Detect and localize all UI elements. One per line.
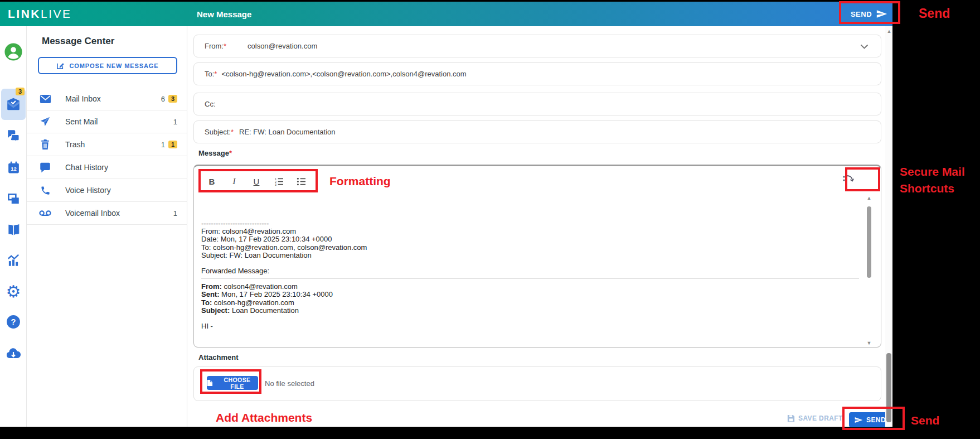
svg-text:?: ? — [11, 317, 16, 326]
folder-badge: 3 — [168, 95, 177, 103]
body-line: From: colson4@revation.com — [201, 283, 859, 291]
rail-item-windows[interactable] — [0, 186, 27, 213]
folder-trash[interactable]: Trash 1 1 — [27, 133, 187, 156]
scroll-up-icon[interactable]: ▲ — [866, 195, 872, 201]
top-bar: LINKLIVE New Message SEND — [0, 2, 892, 26]
folder-label: Trash — [65, 140, 161, 149]
body-line: Date: Mon, 17 Feb 2025 23:10:34 +0000 — [201, 235, 859, 243]
help-icon: ? — [6, 315, 21, 329]
to-label: To:* — [205, 70, 217, 78]
annotation-box-send-top — [839, 1, 900, 24]
account-icon — [4, 42, 23, 61]
folder-list: Mail Inbox 6 3 Sent Mail 1 — [27, 88, 187, 225]
app-window: LINKLIVE New Message SEND 3 — [0, 2, 892, 427]
rail-item-settings[interactable]: ⚙ — [0, 278, 27, 305]
subject-label: Subject:* — [205, 128, 234, 136]
chat-icon — [39, 162, 51, 173]
folder-voicemail-inbox[interactable]: Voicemail Inbox 1 — [27, 202, 187, 225]
folder-label: Voicemail Inbox — [65, 209, 173, 218]
folder-label: Mail Inbox — [65, 94, 161, 103]
editor-scrollbar[interactable]: ▲ ▼ — [865, 195, 873, 346]
annotation-add-attachments: Add Attachments — [216, 411, 312, 424]
forwarded-title: Forwarded Message: — [201, 267, 859, 275]
body-rule — [201, 278, 859, 279]
to-field[interactable]: To:* <colson-hg@revation.com>,<colson@re… — [193, 62, 881, 85]
annotation-box-send-bottom — [842, 407, 905, 430]
rail-item-account[interactable] — [0, 38, 27, 65]
annotation-send-top: Send — [919, 6, 950, 21]
scroll-up-icon[interactable]: ▲ — [886, 28, 892, 34]
rail-item-chats[interactable] — [0, 123, 27, 149]
scrollbar-thumb[interactable] — [867, 206, 871, 278]
body-greeting: HI - — [201, 322, 859, 330]
message-label: Message* — [198, 149, 232, 157]
rail-item-help[interactable]: ? — [0, 308, 27, 335]
from-field[interactable]: From:* colson@revation.com — [193, 35, 881, 57]
annotation-box-formatting — [198, 169, 318, 192]
page-scrollbar[interactable]: ▲ — [885, 26, 892, 427]
message-body: ---------------------------- From: colso… — [201, 220, 859, 330]
folder-count: 1 — [173, 209, 177, 218]
save-draft-button[interactable]: SAVE DRAFT — [787, 414, 843, 422]
rail-item-calendar[interactable]: 12 — [0, 154, 27, 181]
annotation-line: Secure Mail — [900, 163, 965, 180]
folder-badge: 1 — [168, 141, 177, 148]
body-line: Subject: Loan Documentation — [201, 307, 859, 315]
rail-item-analytics[interactable] — [0, 247, 27, 274]
voicemail-icon — [39, 209, 51, 217]
panel-title: Message Center — [42, 36, 114, 47]
logo-bold: LINK — [8, 7, 41, 21]
subject-value: RE: FW: Loan Documentation — [239, 128, 335, 136]
rail-unread-badge: 3 — [16, 88, 25, 95]
attachment-label: Attachment — [198, 353, 239, 361]
annotation-line: Shortcuts — [900, 180, 965, 197]
from-value: colson@revation.com — [248, 42, 317, 50]
folder-chat-history[interactable]: Chat History — [27, 156, 187, 179]
calendar-icon: 12 — [7, 161, 21, 175]
subject-field[interactable]: Subject:* RE: FW: Loan Documentation — [193, 120, 881, 143]
cc-field[interactable]: Cc: — [193, 93, 881, 115]
cloud-download-icon — [6, 347, 21, 359]
folder-voice-history[interactable]: Voice History — [27, 179, 187, 202]
page-title: New Message — [197, 2, 251, 26]
rail-item-library[interactable] — [0, 216, 27, 243]
body-line: To: colson-hg@revation.com — [201, 299, 859, 307]
trash-icon — [39, 139, 51, 150]
body-line: To: colson-hg@revation.com, colson@revat… — [201, 244, 859, 252]
from-label: From:* — [205, 42, 226, 50]
folder-label: Chat History — [65, 163, 177, 172]
save-draft-label: SAVE DRAFT — [798, 414, 843, 422]
mail-check-icon — [6, 97, 21, 112]
rail-item-download[interactable] — [0, 340, 27, 366]
analytics-icon — [6, 253, 21, 268]
save-icon — [787, 414, 795, 422]
body-line: Subject: FW: Loan Documentation — [201, 252, 859, 259]
chevron-down-icon[interactable] — [860, 44, 869, 49]
compose-new-message-button[interactable]: COMPOSE NEW MESSAGE — [38, 57, 177, 74]
windows-icon — [6, 192, 21, 206]
message-center-panel: Message Center COMPOSE NEW MESSAGE — [27, 26, 187, 427]
logo-light: LIVE — [41, 7, 72, 21]
annotation-box-choose-file — [200, 369, 261, 394]
body-divider: ---------------------------- — [201, 220, 859, 228]
chat-bubbles-icon — [6, 129, 21, 143]
gear-icon: ⚙ — [6, 283, 21, 300]
book-icon — [6, 223, 21, 237]
cc-label: Cc: — [205, 100, 216, 108]
linklive-logo: LINKLIVE — [8, 2, 72, 26]
no-file-text: No file selected — [265, 379, 314, 388]
scroll-down-icon[interactable]: ▼ — [866, 340, 872, 346]
phone-icon — [39, 185, 51, 196]
annotation-send-bottom: Send — [911, 414, 939, 427]
annotation-formatting: Formatting — [329, 175, 391, 188]
sent-icon — [39, 116, 51, 127]
folder-label: Voice History — [65, 186, 177, 195]
compose-icon — [56, 61, 65, 70]
folder-count: 6 — [161, 95, 165, 103]
mail-icon — [39, 94, 51, 104]
folder-sent-mail[interactable]: Sent Mail 1 — [27, 110, 187, 133]
folder-label: Sent Mail — [65, 117, 173, 126]
folder-count: 1 — [161, 141, 165, 149]
annotation-box-shortcuts — [845, 167, 880, 191]
folder-mail-inbox[interactable]: Mail Inbox 6 3 — [27, 88, 187, 110]
